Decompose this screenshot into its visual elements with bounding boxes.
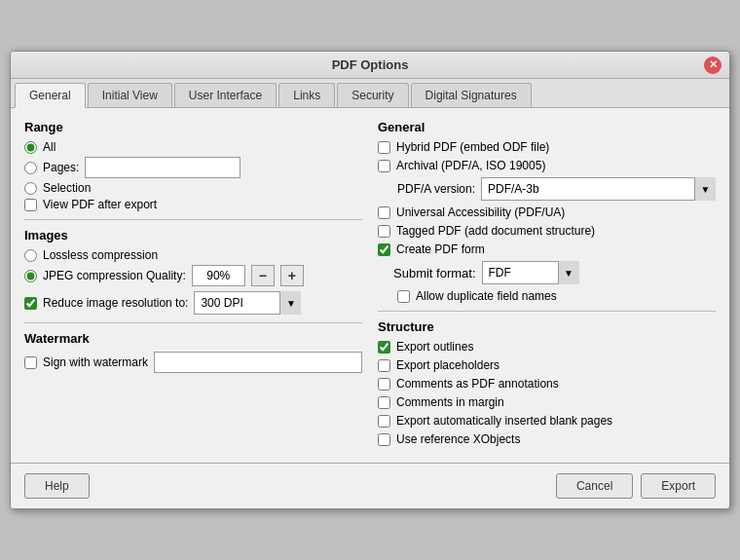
jpeg-quality-row: JPEG compression Quality: − + xyxy=(24,265,362,286)
watermark-row: Sign with watermark xyxy=(24,352,362,373)
jpeg-label[interactable]: JPEG compression Quality: xyxy=(43,269,186,282)
dpi-row: Reduce image resolution to: 300 DPI 150 … xyxy=(24,291,362,315)
hybrid-pdf-checkbox[interactable] xyxy=(378,141,390,154)
dialog-title: PDF Options xyxy=(332,57,409,72)
export-blank-pages-row: Export automatically inserted blank page… xyxy=(378,414,716,428)
submit-format-label: Submit format: xyxy=(393,266,476,280)
watermark-text-input[interactable] xyxy=(154,352,362,373)
create-form-checkbox[interactable] xyxy=(378,243,390,256)
main-content: Range All Pages: Selection View PDF afte… xyxy=(11,108,729,463)
range-all-row: All xyxy=(24,140,362,154)
dpi-select-container: 300 DPI 150 DPI 96 DPI 72 DPI ▼ xyxy=(194,291,301,315)
footer: Help Cancel Export xyxy=(11,463,729,508)
export-outlines-checkbox[interactable] xyxy=(378,341,390,354)
use-reference-label[interactable]: Use reference XObjects xyxy=(396,432,520,446)
comments-annotations-checkbox[interactable] xyxy=(378,378,390,391)
pdfa-version-label: PDF/A version: xyxy=(397,182,475,196)
hybrid-pdf-label[interactable]: Hybrid PDF (embed ODF file) xyxy=(396,140,549,154)
dpi-select[interactable]: 300 DPI 150 DPI 96 DPI 72 DPI xyxy=(194,291,301,315)
range-pages-row: Pages: xyxy=(24,157,362,178)
comments-margin-label[interactable]: Comments in margin xyxy=(396,395,504,409)
quality-input[interactable] xyxy=(192,265,245,286)
range-pages-radio[interactable] xyxy=(24,162,37,174)
range-all-label[interactable]: All xyxy=(43,140,56,154)
create-form-label[interactable]: Create PDF form xyxy=(396,243,485,256)
export-placeholders-checkbox[interactable] xyxy=(378,359,390,372)
reduce-resolution-checkbox[interactable] xyxy=(24,297,37,310)
quality-increase-button[interactable]: + xyxy=(280,265,304,286)
right-panel: General Hybrid PDF (embed ODF file) Arch… xyxy=(378,120,716,451)
range-pages-label[interactable]: Pages: xyxy=(43,161,79,174)
pdfa-version-select-container: PDF/A-1b PDF/A-2b PDF/A-3b ▼ xyxy=(481,177,716,201)
tab-initial-view[interactable]: Initial View xyxy=(88,83,172,107)
submit-format-select[interactable]: FDF HTML PDF XML xyxy=(482,261,579,284)
export-placeholders-label[interactable]: Export placeholders xyxy=(396,358,500,372)
tab-digital-signatures[interactable]: Digital Signatures xyxy=(411,83,532,107)
range-selection-radio[interactable] xyxy=(24,182,37,195)
pdfa-version-row: PDF/A version: PDF/A-1b PDF/A-2b PDF/A-3… xyxy=(397,177,716,201)
view-pdf-checkbox[interactable] xyxy=(24,199,37,211)
range-all-radio[interactable] xyxy=(24,141,37,154)
pdf-options-dialog: PDF Options ✕ General Initial View User … xyxy=(10,51,730,509)
general-section-title: General xyxy=(378,120,716,134)
archival-label[interactable]: Archival (PDF/A, ISO 19005) xyxy=(396,159,545,172)
lossless-label[interactable]: Lossless compression xyxy=(43,248,158,262)
lossless-radio[interactable] xyxy=(24,249,37,262)
title-bar: PDF Options ✕ xyxy=(11,52,729,79)
tab-security[interactable]: Security xyxy=(337,83,408,107)
watermark-section-title: Watermark xyxy=(24,331,362,346)
images-section-title: Images xyxy=(24,228,362,243)
tab-general[interactable]: General xyxy=(15,83,86,108)
export-blank-pages-label[interactable]: Export automatically inserted blank page… xyxy=(396,414,612,428)
tab-user-interface[interactable]: User Interface xyxy=(174,83,277,107)
export-button[interactable]: Export xyxy=(641,473,716,499)
allow-duplicate-label[interactable]: Allow duplicate field names xyxy=(416,289,557,303)
lossless-row: Lossless compression xyxy=(24,248,362,262)
left-panel: Range All Pages: Selection View PDF afte… xyxy=(24,120,362,451)
range-section-title: Range xyxy=(24,120,362,134)
export-outlines-row: Export outlines xyxy=(378,340,716,354)
archival-checkbox[interactable] xyxy=(378,160,390,172)
hybrid-pdf-row: Hybrid PDF (embed ODF file) xyxy=(378,140,716,154)
quality-decrease-button[interactable]: − xyxy=(251,265,275,286)
view-pdf-row: View PDF after export xyxy=(24,198,362,211)
comments-annotations-label[interactable]: Comments as PDF annotations xyxy=(396,377,559,391)
export-outlines-label[interactable]: Export outlines xyxy=(396,340,473,354)
tagged-pdf-checkbox[interactable] xyxy=(378,225,390,238)
submit-select-container: FDF HTML PDF XML ▼ xyxy=(482,261,579,284)
structure-section-title: Structure xyxy=(378,319,716,334)
sign-watermark-label[interactable]: Sign with watermark xyxy=(43,355,148,369)
comments-annotations-row: Comments as PDF annotations xyxy=(378,377,716,391)
range-selection-label[interactable]: Selection xyxy=(43,181,91,195)
tagged-pdf-label[interactable]: Tagged PDF (add document structure) xyxy=(396,224,595,238)
sign-watermark-checkbox[interactable] xyxy=(24,356,37,369)
submit-format-row: Submit format: FDF HTML PDF XML ▼ xyxy=(393,261,716,284)
universal-label[interactable]: Universal Accessibility (PDF/UA) xyxy=(396,205,565,219)
universal-row: Universal Accessibility (PDF/UA) xyxy=(378,205,716,219)
tab-links[interactable]: Links xyxy=(278,83,335,107)
cancel-button[interactable]: Cancel xyxy=(556,473,633,499)
allow-duplicate-row: Allow duplicate field names xyxy=(397,289,716,303)
pdfa-version-select[interactable]: PDF/A-1b PDF/A-2b PDF/A-3b xyxy=(481,177,716,201)
create-form-row: Create PDF form xyxy=(378,243,716,256)
use-reference-row: Use reference XObjects xyxy=(378,432,716,446)
allow-duplicate-checkbox[interactable] xyxy=(397,290,410,303)
range-selection-row: Selection xyxy=(24,181,362,195)
use-reference-checkbox[interactable] xyxy=(378,433,390,446)
range-pages-input[interactable] xyxy=(85,157,240,178)
reduce-label[interactable]: Reduce image resolution to: xyxy=(43,296,188,310)
archival-row: Archival (PDF/A, ISO 19005) xyxy=(378,159,716,172)
footer-right: Cancel Export xyxy=(556,473,716,499)
view-pdf-label[interactable]: View PDF after export xyxy=(43,198,157,211)
help-button[interactable]: Help xyxy=(24,473,90,499)
comments-margin-checkbox[interactable] xyxy=(378,396,390,409)
tagged-pdf-row: Tagged PDF (add document structure) xyxy=(378,224,716,238)
comments-margin-row: Comments in margin xyxy=(378,395,716,409)
close-button[interactable]: ✕ xyxy=(704,56,722,74)
tab-bar: General Initial View User Interface Link… xyxy=(11,79,729,108)
universal-checkbox[interactable] xyxy=(378,206,390,219)
jpeg-radio[interactable] xyxy=(24,270,37,282)
export-placeholders-row: Export placeholders xyxy=(378,358,716,372)
export-blank-pages-checkbox[interactable] xyxy=(378,415,390,428)
